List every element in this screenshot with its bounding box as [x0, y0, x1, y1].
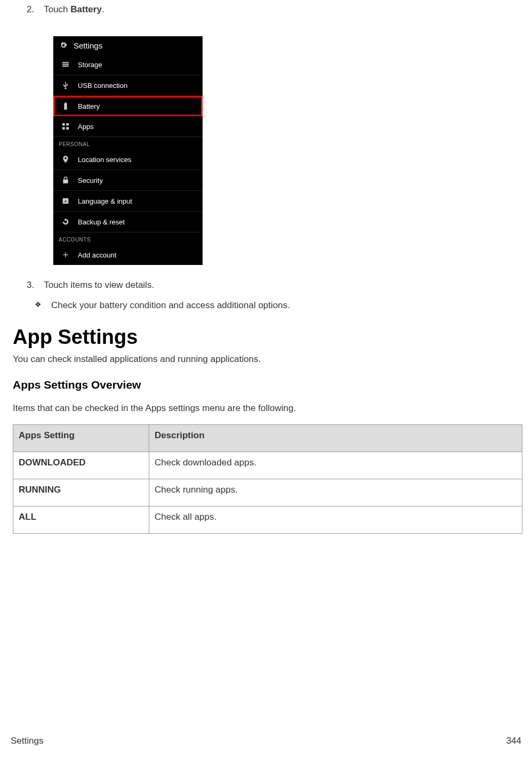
row-label: Storage [78, 61, 102, 69]
section-personal: PERSONAL [53, 137, 203, 149]
table-row: RUNNING Check running apps. [13, 479, 522, 506]
svg-text:A: A [65, 199, 67, 204]
svg-rect-1 [62, 64, 69, 65]
heading-app-settings: App Settings [13, 326, 521, 349]
heading-overview: Apps Settings Overview [13, 378, 521, 391]
th-description: Description [149, 425, 522, 452]
table-row: ALL Check all apps. [13, 506, 522, 534]
settings-row-location[interactable]: Location services [53, 149, 203, 170]
row-label: Battery [78, 102, 100, 110]
table-row: DOWNLOADED Check downloaded apps. [13, 452, 522, 479]
th-setting: Apps Setting [13, 425, 149, 452]
svg-rect-3 [62, 123, 65, 126]
row-label: USB connection [78, 82, 127, 90]
row-label: Add account [78, 251, 116, 259]
page-footer: Settings 344 [11, 736, 521, 746]
apps-icon [61, 122, 70, 131]
apps-settings-table: Apps Setting Description DOWNLOADED Chec… [13, 424, 522, 534]
row-label: Security [78, 176, 103, 184]
footer-page-number: 344 [506, 736, 521, 746]
bullet-note: ❖ Check your battery condition and acces… [35, 300, 521, 311]
subtext: You can check installed applications and… [13, 354, 521, 365]
language-icon: A [61, 196, 70, 206]
battery-icon [61, 101, 70, 111]
svg-rect-0 [62, 62, 69, 63]
step-3: 3. Touch items to view details. [27, 280, 521, 291]
overview-desc: Items that can be checked in the Apps se… [13, 403, 521, 414]
cell-desc: Check all apps. [149, 506, 522, 534]
step-2: 2. Touch Battery. [27, 4, 521, 15]
settings-row-apps[interactable]: Apps [53, 116, 203, 137]
cell-label: ALL [13, 506, 149, 534]
row-label: Backup & reset [78, 218, 125, 226]
settings-row-storage[interactable]: Storage [53, 54, 203, 75]
backup-icon [61, 217, 70, 227]
svg-rect-4 [66, 123, 69, 126]
svg-rect-6 [66, 127, 69, 130]
plus-icon [61, 250, 70, 260]
step-text: Touch Battery. [44, 4, 104, 15]
step-number: 2. [27, 4, 34, 15]
location-icon [61, 155, 70, 164]
diamond-bullet-icon: ❖ [35, 300, 42, 311]
settings-row-battery[interactable]: Battery [53, 96, 203, 116]
cell-desc: Check downloaded apps. [149, 452, 522, 479]
usb-icon [61, 80, 70, 90]
settings-row-add-account[interactable]: Add account [53, 245, 203, 265]
settings-screenshot: Settings Storage USB connection Battery … [53, 36, 203, 265]
section-accounts: ACCOUNTS [53, 232, 203, 245]
row-label: Apps [78, 123, 94, 131]
cell-desc: Check running apps. [149, 479, 522, 506]
row-label: Location services [78, 156, 131, 164]
step-text: Touch items to view details. [44, 280, 154, 291]
footer-left: Settings [11, 736, 43, 746]
step-number: 3. [27, 280, 34, 291]
settings-row-backup[interactable]: Backup & reset [53, 212, 203, 232]
settings-row-language[interactable]: A Language & input [53, 191, 203, 212]
gear-icon [59, 41, 68, 50]
svg-rect-2 [62, 66, 69, 67]
settings-header: Settings [53, 36, 203, 54]
svg-rect-5 [62, 127, 65, 130]
settings-row-security[interactable]: Security [53, 170, 203, 191]
cell-label: DOWNLOADED [13, 452, 149, 479]
cell-label: RUNNING [13, 479, 149, 506]
storage-icon [61, 60, 70, 69]
bullet-text: Check your battery condition and access … [51, 300, 290, 311]
settings-row-usb[interactable]: USB connection [53, 75, 203, 96]
lock-icon [61, 175, 70, 185]
row-label: Language & input [78, 197, 132, 205]
settings-title: Settings [74, 41, 102, 50]
